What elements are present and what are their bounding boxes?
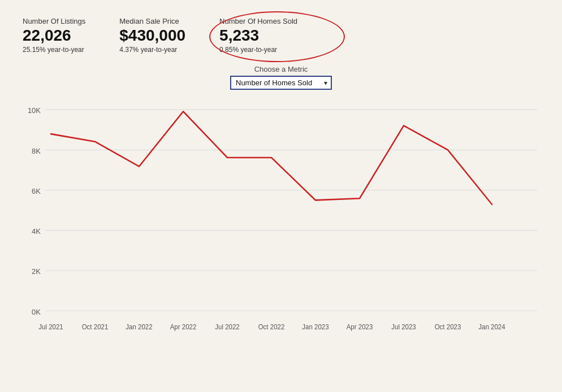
x-label-apr2023: Apr 2023 xyxy=(347,323,373,330)
x-label-jul2021: Jul 2021 xyxy=(38,323,63,330)
x-label-jan2023: Jan 2023 xyxy=(302,323,329,330)
y-label-4k: 4K xyxy=(32,227,41,236)
metric-homes-sold-label: Number Of Homes Sold xyxy=(219,17,297,25)
metric-median-price-label: Median Sale Price xyxy=(119,17,185,25)
metric-selector: Choose a Metric Number of Homes Sold Num… xyxy=(23,65,539,90)
x-label-apr2022: Apr 2022 xyxy=(170,323,197,330)
metric-median-price-value: $430,000 xyxy=(119,27,185,45)
chart-container: 10K 8K 6K 4K 2K 0K Jul 2021 Oct 2021 xyxy=(23,95,539,344)
y-label-0k: 0K xyxy=(32,307,41,316)
metric-listings-change: 25.15% year-to-year xyxy=(23,46,85,54)
metric-listings: Number Of Listings 22,026 25.15% year-to… xyxy=(23,17,85,54)
metric-homes-sold-change: 0.85% year-to-year xyxy=(219,46,297,54)
metric-listings-value: 22,026 xyxy=(23,27,85,45)
y-label-8k: 8K xyxy=(32,146,41,155)
line-chart: 10K 8K 6K 4K 2K 0K Jul 2021 Oct 2021 xyxy=(23,95,539,344)
x-label-jul2023: Jul 2023 xyxy=(391,323,416,330)
x-label-jul2022: Jul 2022 xyxy=(215,323,239,330)
choose-metric-label: Choose a Metric xyxy=(254,65,308,73)
metric-listings-label: Number Of Listings xyxy=(23,17,85,25)
x-label-oct2021: Oct 2021 xyxy=(82,323,109,330)
y-label-2k: 2K xyxy=(32,267,41,276)
metric-homes-sold-value: 5,233 xyxy=(219,27,297,45)
metric-median-price: Median Sale Price $430,000 4.37% year-to… xyxy=(119,17,185,54)
metric-select[interactable]: Number of Homes Sold Number Of Listings … xyxy=(230,76,332,90)
x-label-oct2022: Oct 2022 xyxy=(258,323,285,330)
x-label-jan2022: Jan 2022 xyxy=(126,323,152,330)
x-label-oct2023: Oct 2023 xyxy=(435,323,461,330)
x-label-jan2024: Jan 2024 xyxy=(478,323,505,330)
chart-section: Choose a Metric Number of Homes Sold Num… xyxy=(23,65,539,344)
metric-median-price-change: 4.37% year-to-year xyxy=(119,46,185,54)
metric-homes-sold: Number Of Homes Sold 5,233 0.85% year-to… xyxy=(219,17,297,54)
selector-wrapper: Number of Homes Sold Number Of Listings … xyxy=(230,76,332,90)
page: Number Of Listings 22,026 25.15% year-to… xyxy=(0,0,562,392)
metrics-row: Number Of Listings 22,026 25.15% year-to… xyxy=(23,17,539,54)
y-label-10k: 10K xyxy=(28,106,41,115)
y-label-6k: 6K xyxy=(32,187,41,195)
